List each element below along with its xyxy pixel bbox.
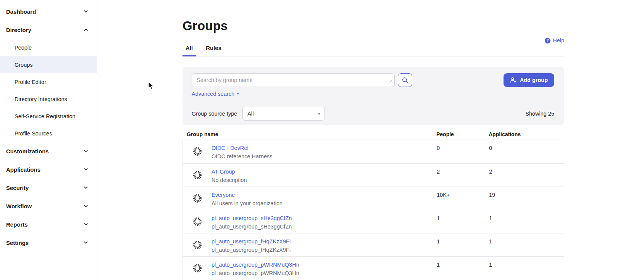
sidebar-item-dashboard[interactable]: Dashboard — [0, 2, 97, 21]
group-starburst-icon — [192, 170, 202, 180]
chevron-down-icon — [83, 185, 89, 190]
group-starburst-icon — [192, 193, 202, 203]
people-count: 1 — [437, 214, 489, 222]
sidebar-nav: Dashboard Directory People Groups — [0, 2, 97, 252]
group-starburst-icon — [192, 240, 202, 250]
group-name-link[interactable]: OIDC - DevRel — [211, 145, 249, 151]
applications-count: 19 — [489, 191, 564, 199]
advanced-search-label: Advanced search — [192, 90, 234, 97]
table-row-oidc-devrel: OIDC - DevRel OIDC reference Harness 0 0 — [183, 140, 564, 163]
group-name-link[interactable]: pl_auto_usergroup_fHqZKzX9Fi — [211, 238, 291, 245]
advanced-search-link[interactable]: Advanced search ▾ — [192, 90, 239, 97]
select-value: All — [247, 111, 253, 117]
sidebar-item-directory[interactable]: Directory — [0, 21, 97, 39]
applications-count: 2 — [489, 168, 564, 176]
sidebar-item-settings[interactable]: Settings — [0, 233, 97, 252]
column-header-people: People — [436, 131, 489, 138]
group-name-link[interactable]: pl_auto_usergroup_sHe3ggCfZn — [211, 215, 292, 221]
people-count: 0 — [437, 144, 489, 152]
table-header: Group name People Applications — [182, 129, 564, 140]
group-name-cell: AT Group No description — [183, 168, 437, 184]
group-description: pl_auto_usergroup_fHqZKzX9Fi — [211, 246, 291, 254]
sidebar-item-label: Security — [6, 185, 29, 191]
person-plus-icon — [510, 77, 516, 83]
sidebar-item-applications[interactable]: Applications — [0, 160, 97, 179]
group-name-cell: pl_auto_usergroup_pWRNMuQ3Hn pl_auto_use… — [183, 261, 437, 277]
group-name-cell: OIDC - DevRel OIDC reference Harness — [183, 144, 437, 161]
group-name-cell: pl_auto_usergroup_sHe3ggCfZn pl_auto_use… — [183, 214, 437, 231]
sidebar-item-label: Applications — [6, 166, 40, 173]
sidebar-item-profile-editor[interactable]: Profile Editor — [0, 73, 97, 90]
people-count: 1 — [437, 238, 489, 246]
people-count[interactable]: 10K+ — [437, 191, 489, 199]
group-description: OIDC reference Harness — [211, 153, 273, 161]
sidebar-item-groups[interactable]: Groups — [0, 56, 97, 73]
table-row-at-group: AT Group No description 2 2 — [183, 163, 564, 187]
group-description: pl_auto_usergroup_pWRNMuQ3Hn — [211, 269, 299, 277]
applications-count: 1 — [489, 214, 564, 222]
sidebar-item-label: Groups — [15, 62, 33, 68]
people-count: 1 — [437, 261, 489, 269]
tab-rules[interactable]: Rules — [203, 44, 224, 56]
group-name-link[interactable]: AT Group — [211, 169, 235, 175]
sidebar-item-label: Profile Editor — [15, 79, 46, 85]
sidebar-item-label: Workflow — [6, 203, 32, 209]
column-header-group-name: Group name — [182, 131, 436, 138]
sidebar-item-label: Reports — [6, 221, 28, 228]
sidebar-item-directory-integrations[interactable]: Directory Integrations — [0, 90, 97, 108]
sidebar-item-label: Directory — [6, 27, 31, 33]
question-circle-icon: ? — [545, 38, 550, 43]
group-starburst-icon — [192, 217, 202, 227]
group-name-link[interactable]: pl_auto_usergroup_pWRNMuQ3Hn — [211, 262, 299, 268]
sidebar-item-label: People — [15, 45, 32, 51]
tab-all[interactable]: All — [182, 44, 196, 56]
column-header-applications: Applications — [489, 131, 564, 138]
main-area: ? Help Groups All Rules — [97, 0, 644, 280]
magnifier-icon — [402, 77, 408, 84]
caret-down-icon: ▾ — [318, 112, 320, 116]
sidebar-item-label: Self-Service Registration — [15, 113, 76, 119]
applications-count: 1 — [489, 238, 564, 246]
group-source-type-label: Group source type — [192, 111, 237, 117]
help-label: Help — [553, 37, 564, 43]
sidebar-item-self-service-registration[interactable]: Self-Service Registration — [0, 108, 97, 125]
group-description: All users in your organization — [211, 200, 282, 208]
table-row-pl-auto-usergroup-fhqzkzx9fi: pl_auto_usergroup_fHqZKzX9Fi pl_auto_use… — [183, 233, 564, 256]
chevron-down-icon — [83, 222, 89, 227]
showing-count: Showing 25 — [525, 111, 554, 117]
search-input[interactable] — [192, 73, 395, 87]
sidebar-item-reports[interactable]: Reports — [0, 215, 97, 233]
filter-card: Add group Advanced search ▾ Group source… — [182, 67, 564, 125]
group-source-type-select[interactable]: All ▾ — [242, 107, 325, 121]
applications-count: 1 — [489, 261, 564, 269]
group-description: pl_auto_usergroup_sHe3ggCfZn — [211, 223, 292, 231]
chevron-down-icon — [83, 240, 89, 245]
sidebar-item-label: Directory Integrations — [15, 96, 67, 102]
chevron-down-icon — [83, 148, 89, 154]
sidebar: Dashboard Directory People Groups — [0, 0, 97, 280]
sidebar-item-profile-sources[interactable]: Profile Sources — [0, 125, 97, 142]
sidebar-item-people[interactable]: People — [0, 39, 97, 56]
people-count: 2 — [437, 168, 489, 176]
group-name-link[interactable]: Everyone — [211, 192, 235, 198]
sidebar-item-customizations[interactable]: Customizations — [0, 142, 97, 160]
sidebar-item-label: Settings — [6, 240, 29, 246]
table-row-pl-auto-usergroup-pwrnmuq3hn: pl_auto_usergroup_pWRNMuQ3Hn pl_auto_use… — [183, 256, 564, 280]
table-row-everyone: Everyone All users in your organization … — [183, 187, 564, 210]
add-group-label: Add group — [520, 77, 548, 83]
group-starburst-icon — [192, 146, 202, 156]
chevron-up-icon — [83, 27, 89, 32]
sidebar-item-security[interactable]: Security — [0, 179, 97, 197]
search-button[interactable] — [398, 73, 412, 87]
resize-handle-icon[interactable] — [389, 77, 392, 84]
sidebar-item-workflow[interactable]: Workflow — [0, 197, 97, 215]
sidebar-item-label: Profile Sources — [15, 130, 52, 137]
sidebar-item-label: Dashboard — [6, 8, 36, 15]
sidebar-item-label: Customizations — [6, 148, 49, 154]
table-row-pl-auto-usergroup-she3ggcfzn: pl_auto_usergroup_sHe3ggCfZn pl_auto_use… — [183, 210, 564, 233]
tab-bar: All Rules — [182, 44, 564, 56]
help-link[interactable]: ? Help — [545, 37, 564, 43]
table-body: OIDC - DevRel OIDC reference Harness 0 0 — [182, 140, 564, 280]
chevron-down-icon — [83, 9, 89, 14]
add-group-button[interactable]: Add group — [504, 73, 554, 87]
